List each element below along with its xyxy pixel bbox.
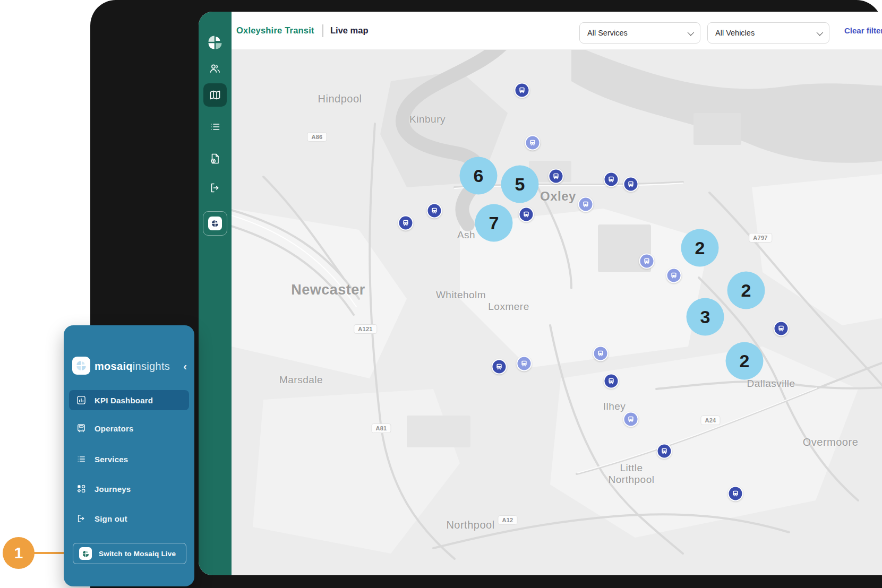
clear-filters-link[interactable]: Clear filters xyxy=(844,12,882,49)
panel-brand-light: insights xyxy=(133,360,170,373)
services-filter-value: All Services xyxy=(587,29,628,37)
bus-marker[interactable] xyxy=(774,321,789,336)
vehicles-filter-dropdown[interactable]: All Vehicles xyxy=(707,22,829,44)
live-map-icon[interactable] xyxy=(203,83,227,107)
mosaiq-logo xyxy=(203,31,227,54)
menu-item-label: Services xyxy=(95,455,128,464)
bus-marker[interactable] xyxy=(517,356,532,371)
menu-item-kpi-dashboard[interactable]: KPI Dashboard xyxy=(69,390,189,410)
bus-marker[interactable] xyxy=(604,374,619,389)
bus-marker[interactable] xyxy=(623,412,639,427)
panel-brand-bold: mosaiq xyxy=(95,360,133,373)
mosaiq-insights-logo xyxy=(72,357,90,375)
bus-marker[interactable] xyxy=(398,215,414,231)
app-window: HindpoolKinburyOxleyAshNewcasterWhitehol… xyxy=(199,12,882,575)
bus-marker[interactable] xyxy=(604,172,619,187)
bus-marker[interactable] xyxy=(549,169,564,184)
services-list-icon[interactable] xyxy=(203,115,227,139)
journeys-icon xyxy=(76,483,87,494)
bus-marker[interactable] xyxy=(519,207,534,222)
bus-marker[interactable] xyxy=(578,197,594,212)
sign-out-icon xyxy=(76,513,87,524)
document-add-icon[interactable] xyxy=(203,147,227,170)
collapse-chevron-icon[interactable]: ‹ xyxy=(183,354,187,378)
mosaiq-live-tile-icon xyxy=(79,547,92,560)
menu-item-journeys[interactable]: Journeys xyxy=(69,479,189,499)
bus-marker[interactable] xyxy=(515,83,530,98)
bus-front-icon xyxy=(76,423,87,434)
bus-marker[interactable] xyxy=(525,135,541,151)
chevron-down-icon xyxy=(688,29,695,36)
header-divider xyxy=(322,24,323,37)
bus-marker[interactable] xyxy=(623,177,639,192)
kpi-chart-icon xyxy=(76,395,87,405)
bus-marker[interactable] xyxy=(728,486,743,501)
icon-sidebar xyxy=(199,12,232,575)
bus-markers-layer xyxy=(232,49,882,575)
page-title: Live map xyxy=(330,12,369,49)
menu-item-services[interactable]: Services xyxy=(69,449,189,469)
panel-brand: mosaiqinsights xyxy=(95,354,170,378)
mosaiq-live-tile-icon xyxy=(208,217,222,230)
chevron-down-icon xyxy=(817,29,824,36)
list-icon xyxy=(76,454,87,464)
menu-item-label: Journeys xyxy=(95,485,131,494)
services-filter-dropdown[interactable]: All Services xyxy=(579,22,700,44)
menu-item-label: KPI Dashboard xyxy=(95,396,153,405)
bus-marker[interactable] xyxy=(639,254,655,269)
device-frame: HindpoolKinburyOxleyAshNewcasterWhitehol… xyxy=(90,0,882,588)
bus-marker[interactable] xyxy=(427,203,442,219)
menu-item-sign-out[interactable]: Sign out xyxy=(69,508,189,529)
bus-marker[interactable] xyxy=(666,268,682,283)
menu-item-label: Sign out xyxy=(95,514,127,523)
switch-app-icon[interactable] xyxy=(203,211,227,236)
panel-header: mosaiqinsights ‹ xyxy=(64,354,194,378)
vehicles-filter-value: All Vehicles xyxy=(715,29,755,37)
bus-marker[interactable] xyxy=(492,359,507,375)
annotation-connector-line xyxy=(33,552,65,554)
mosaiq-insights-panel: mosaiqinsights ‹ KPI Dashboard Operators… xyxy=(64,325,194,586)
sign-out-icon[interactable] xyxy=(203,176,227,200)
live-map-canvas[interactable]: HindpoolKinburyOxleyAshNewcasterWhitehol… xyxy=(232,49,882,575)
top-bar: Oxleyshire Transit Live map All Services… xyxy=(232,12,882,50)
menu-item-label: Operators xyxy=(95,424,134,433)
operators-users-icon[interactable] xyxy=(203,57,227,80)
switch-to-mosaiq-live-button[interactable]: Switch to Mosaiq Live xyxy=(73,543,186,564)
brand-title: Oxleyshire Transit xyxy=(236,12,314,49)
bus-marker[interactable] xyxy=(657,444,672,459)
bus-marker[interactable] xyxy=(593,346,609,361)
annotation-step-badge: 1 xyxy=(3,537,35,569)
switch-button-label: Switch to Mosaiq Live xyxy=(99,550,176,558)
menu-item-operators[interactable]: Operators xyxy=(69,418,189,438)
